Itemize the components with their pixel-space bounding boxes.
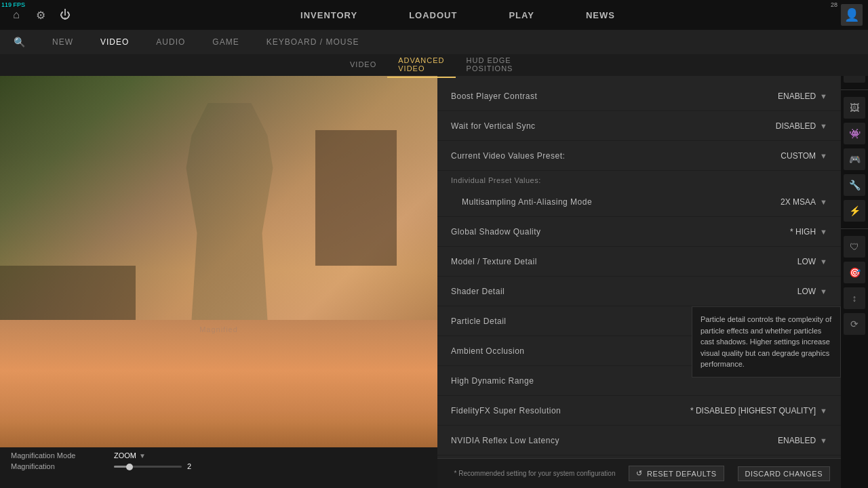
player-count: 28 [831, 1, 837, 8]
nav-loadout[interactable]: LOADOUT [403, 7, 462, 23]
msaa-row: Multisampling Anti-Aliasing Mode 2X MSAA… [437, 187, 841, 217]
video-values-preset-label: Current Video Values Preset: [451, 151, 565, 161]
magnification-mode-value: ZOOM [114, 451, 136, 460]
magnification-slider-container: 2 [114, 462, 427, 470]
individual-preset-section: Individual Preset Values: [437, 171, 841, 187]
shader-detail-row: Shader Detail LOW ▼ [437, 277, 841, 306]
high-dynamic-range-label: High Dynamic Range [451, 376, 534, 386]
settings-panel: Boost Player Contrast ENABLED ▼ Wait for… [437, 76, 841, 488]
sidebar-item-8[interactable]: ↕ [844, 287, 865, 309]
sidebar-item-6[interactable]: 🛡 [844, 236, 865, 258]
model-texture-dropdown[interactable]: LOW ▼ [797, 257, 827, 266]
nvidia-reflex-row: NVIDIA Reflex Low Latency ENABLED ▼ [437, 426, 841, 455]
boost-player-contrast-value: ENABLED [778, 92, 816, 101]
game-preview: Magnified [0, 76, 437, 447]
msaa-label: Multisampling Anti-Aliasing Mode [462, 197, 592, 207]
video-values-preset-value: CUSTOM [781, 151, 816, 161]
global-shadow-arrow: ▼ [820, 228, 827, 236]
fidelityfx-dropdown[interactable]: * DISABLED [HIGHEST QUALITY] ▼ [690, 406, 827, 415]
video-values-preset-dropdown[interactable]: CUSTOM ▼ [781, 151, 827, 161]
model-texture-arrow: ▼ [820, 258, 827, 266]
nav-video[interactable]: VIDEO [95, 35, 134, 49]
fidelityfx-arrow: ▼ [820, 407, 827, 415]
tab-video[interactable]: VIDEO [339, 56, 387, 74]
top-nav-right: 👤 [841, 4, 868, 26]
top-nav-left: 119 FPS ⌂ ⚙ ⏻ [0, 5, 75, 24]
sidebar-item-7[interactable]: 🎯 [844, 262, 865, 283]
wait-vertical-sync-value: DISABLED [776, 121, 816, 131]
shader-detail-arrow: ▼ [820, 287, 827, 296]
msaa-arrow: ▼ [820, 198, 827, 206]
magnification-mode-dropdown[interactable]: ZOOM ▼ [114, 451, 146, 460]
settings-icon[interactable]: ⚙ [31, 5, 50, 24]
game-view-lower: Magnified [0, 320, 437, 447]
video-values-preset-row: Current Video Values Preset: CUSTOM ▼ [437, 141, 841, 171]
nvidia-reflex-dropdown[interactable]: ENABLED ▼ [778, 436, 827, 445]
sidebar-item-4[interactable]: 🔧 [844, 174, 865, 196]
global-shadow-row: Global Shadow Quality * HIGH ▼ [437, 217, 841, 247]
boost-player-contrast-arrow: ▼ [820, 92, 827, 100]
nvidia-reflex-value: ENABLED [778, 436, 816, 445]
ambient-occlusion-label: Ambient Occlusion [451, 346, 525, 356]
model-texture-label: Model / Texture Detail [451, 257, 537, 266]
global-shadow-value: * HIGH [790, 227, 816, 237]
magnification-slider-track[interactable] [114, 466, 182, 468]
sidebar-item-9[interactable]: ⟳ [844, 313, 865, 335]
nav-play[interactable]: PLAY [503, 7, 539, 23]
wait-vertical-sync-row: Wait for Vertical Sync DISABLED ▼ [437, 111, 841, 141]
magnification-mode-row: Magnification Mode ZOOM ▼ [11, 451, 427, 460]
reset-icon: ↺ [636, 469, 643, 478]
msaa-value: 2X MSAA [781, 197, 816, 207]
fidelityfx-value: * DISABLED [HIGHEST QUALITY] [690, 406, 816, 415]
sidebar-item-1[interactable]: 🖼 [844, 97, 865, 119]
nvidia-reflex-arrow: ▼ [820, 436, 827, 445]
wait-vertical-sync-dropdown[interactable]: DISABLED ▼ [776, 121, 827, 131]
nvidia-reflex-label: NVIDIA Reflex Low Latency [451, 436, 559, 445]
fidelityfx-row: FidelityFX Super Resolution * DISABLED [… [437, 396, 841, 426]
nav-news[interactable]: NEWS [580, 7, 620, 23]
sidebar-item-5[interactable]: ⚡ [844, 200, 865, 222]
shader-detail-label: Shader Detail [451, 287, 505, 296]
magnification-value: 2 [187, 462, 191, 470]
bottom-action-bar: * Recommended setting for your system co… [437, 458, 841, 488]
player-avatar[interactable]: 👤 [841, 4, 863, 26]
discard-changes-button[interactable]: DISCARD CHANGES [738, 466, 830, 481]
global-shadow-label: Global Shadow Quality [451, 227, 541, 237]
home-icon[interactable]: ⌂ [7, 5, 26, 24]
wait-vertical-sync-arrow: ▼ [820, 122, 827, 130]
boost-player-contrast-row: Boost Player Contrast ENABLED ▼ [437, 81, 841, 111]
particle-detail-row: Particle Detail LOW ▼ Particle detail co… [437, 306, 841, 336]
shader-detail-value: LOW [797, 287, 816, 296]
bottom-controls: Magnification Mode ZOOM ▼ Magnification … [0, 447, 437, 488]
fidelityfx-label: FidelityFX Super Resolution [451, 406, 561, 415]
magnification-label: Magnification [11, 462, 106, 470]
particle-detail-tooltip: Particle detail controls the complexity … [692, 306, 841, 378]
nav-new[interactable]: NEW [47, 35, 79, 49]
recommended-note: * Recommended setting for your system co… [448, 470, 615, 477]
msaa-dropdown[interactable]: 2X MSAA ▼ [781, 197, 827, 207]
model-texture-row: Model / Texture Detail LOW ▼ [437, 247, 841, 277]
reset-defaults-button[interactable]: ↺ RESET DEFAULTS [629, 466, 724, 481]
shader-detail-dropdown[interactable]: LOW ▼ [797, 287, 827, 296]
search-icon[interactable]: 🔍 [14, 37, 25, 47]
game-view-upper [0, 76, 437, 320]
video-tabs: VIDEO ADVANCED VIDEO HUD EDGE POSITIONS [0, 54, 868, 76]
nav-keyboard-mouse[interactable]: KEYBOARD / MOUSE [261, 35, 365, 49]
tab-hud-edge-positions[interactable]: HUD EDGE POSITIONS [456, 52, 529, 78]
nav-audio[interactable]: AUDIO [151, 35, 191, 49]
global-shadow-dropdown[interactable]: * HIGH ▼ [790, 227, 827, 237]
nav-inventory[interactable]: INVENTORY [295, 7, 363, 23]
nav-game[interactable]: GAME [207, 35, 244, 49]
tab-advanced-video[interactable]: ADVANCED VIDEO [387, 52, 455, 78]
sidebar-item-2[interactable]: 👾 [844, 123, 865, 144]
magnification-slider-fill [114, 466, 127, 468]
fps-counter: 119 FPS [1, 1, 25, 8]
magnification-slider-thumb[interactable] [126, 464, 133, 470]
settings-navigation: 🔍 NEW VIDEO AUDIO GAME KEYBOARD / MOUSE [0, 30, 868, 54]
particle-detail-label: Particle Detail [451, 317, 507, 326]
power-icon[interactable]: ⏻ [56, 5, 75, 24]
boost-player-contrast-dropdown[interactable]: ENABLED ▼ [778, 92, 827, 101]
magnification-row: Magnification 2 [11, 462, 427, 470]
sidebar-item-3[interactable]: 🎮 [844, 148, 865, 170]
magnification-mode-arrow: ▼ [139, 452, 146, 460]
